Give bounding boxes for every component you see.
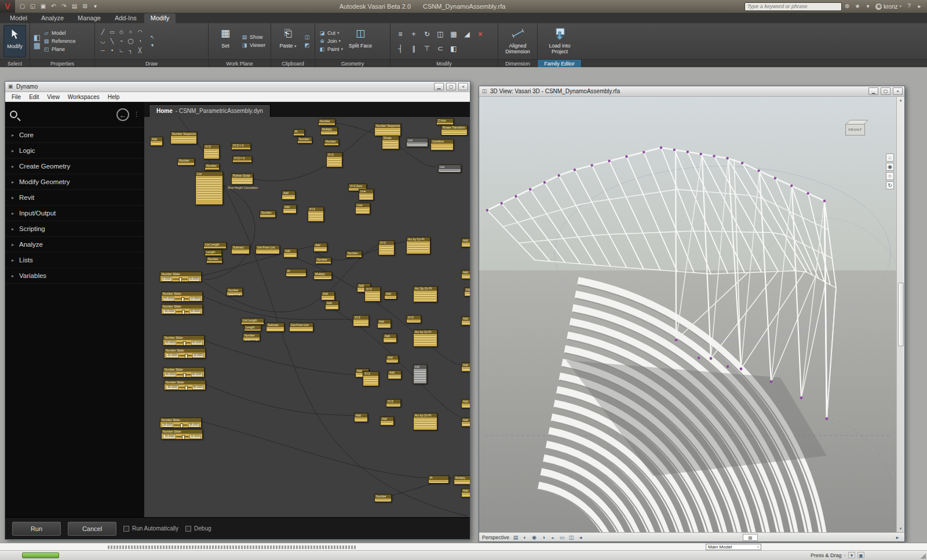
dynamo-node-list-length[interactable]: List Length	[203, 242, 227, 249]
corner-draw-icon[interactable]: ┐	[126, 46, 135, 55]
dynamo-node-list[interactable]: List	[406, 138, 428, 147]
split-tool-icon[interactable]: ∥	[408, 43, 419, 54]
dynamo-node-number[interactable]: Number1.0000	[227, 288, 243, 296]
dynamo-node-line[interactable]: Line	[355, 203, 370, 214]
dynamo-node-pi[interactable]: Pi	[286, 269, 306, 277]
ellipse-draw-icon[interactable]: ◯	[126, 37, 135, 46]
delete-tool-icon[interactable]: ×	[475, 28, 486, 40]
dynamo-node-add[interactable]: Add	[377, 319, 391, 328]
dynamo-node-pt[interactable]: Pt	[293, 129, 305, 136]
slider-max-value[interactable]: 60.0000	[191, 341, 203, 345]
dynamo-node-number-slider[interactable]: Number Slider0.000050.0000	[160, 272, 202, 282]
dynamo-node-add[interactable]: Add	[283, 204, 297, 214]
dynamo-node-add[interactable]: Add	[461, 316, 470, 325]
paint-button[interactable]: ◧Paint▾	[319, 46, 343, 53]
dynamo-node-xyz[interactable]: XYZ	[203, 144, 220, 159]
dynamo-node-add[interactable]: Add	[461, 238, 470, 247]
dynamo-node-number-slider[interactable]: Number Slider60.000060.0000	[163, 335, 205, 346]
dynamo-node-add[interactable]: Add	[380, 416, 394, 426]
dynamo-node-number[interactable]: Number	[315, 257, 331, 264]
back-navigation-icon[interactable]: ←	[116, 108, 129, 121]
arc-start-end-draw-icon[interactable]: ◠	[136, 28, 144, 36]
dynamo-node-xyz[interactable]: XYZ	[378, 240, 395, 255]
shadows-icon[interactable]: ◒	[549, 533, 557, 541]
match-tool-icon[interactable]: ◧	[448, 43, 459, 54]
dynamo-node-pi[interactable]: Pi	[428, 475, 449, 484]
dynamo-node-add[interactable]: Add	[325, 301, 339, 310]
cancel-button[interactable]: Cancel	[68, 522, 116, 536]
dynamo-canvas[interactable]: AddNumber SequenceNumberXYZNumberListXYZ…	[144, 117, 470, 517]
rotate-tool-icon[interactable]: ↻	[421, 28, 433, 40]
array-tool-icon[interactable]: ▦	[448, 28, 459, 40]
draw-more-icon[interactable]: ▾	[149, 42, 156, 49]
help-icon[interactable]: ?	[904, 2, 914, 11]
undo-icon[interactable]: ↶	[49, 2, 59, 11]
dynamo-node-xyz[interactable]: XYZ	[308, 207, 324, 222]
arc-center-draw-icon[interactable]: ◡	[98, 37, 107, 46]
dynamo-node-multiply[interactable]: Multiply	[313, 272, 332, 280]
dynamo-node-subtract[interactable]: Subtract	[231, 245, 250, 254]
customize-icon[interactable]: ▾	[90, 2, 100, 11]
dynamo-node-get-from-list[interactable]: Get From List	[289, 323, 313, 332]
view3d-horizontal-scrollbar[interactable]: ▦	[743, 534, 758, 541]
view3d-maximize-button[interactable]: ▢	[881, 87, 890, 95]
dynamo-node-arc-by-ctr-pt[interactable]: Arc by Ctr Pt	[413, 330, 437, 347]
dynamo-node-xyz[interactable]: XYZ	[386, 399, 401, 407]
show-workplane-button[interactable]: ▤Show	[241, 34, 265, 41]
fillet-arc-draw-icon[interactable]: ╲	[108, 37, 116, 46]
slider-max-value[interactable]: 80.0000	[191, 372, 203, 377]
category-lists[interactable]: ▸Lists	[5, 252, 144, 268]
angle-line-draw-icon[interactable]: ∟	[117, 46, 126, 55]
dynamo-node-number[interactable]: Number	[318, 119, 335, 126]
dynamo-node-xyz[interactable]: XYZ	[363, 371, 379, 386]
dynamo-node-add[interactable]: Add	[461, 399, 470, 408]
group-label-workplane[interactable]: Work Plane	[209, 60, 271, 68]
minimize-ribbon-icon[interactable]: ▸	[914, 2, 925, 11]
reference-line-button[interactable]: ▨Reference	[43, 38, 76, 45]
dynamo-node-add[interactable]: Add	[461, 418, 470, 427]
crop-view-icon[interactable]: ▭	[558, 533, 566, 541]
dynamo-node-list[interactable]: List	[195, 171, 223, 205]
move-tool-icon[interactable]: +	[408, 28, 419, 40]
measure-icon[interactable]: ⊞	[80, 2, 90, 11]
trim-tool-icon[interactable]: ┤	[395, 43, 406, 54]
slider-track[interactable]	[179, 387, 192, 388]
dynamo-node-rotate-transform[interactable]: Rotate Transform	[441, 125, 468, 136]
group-label-properties[interactable]: Properties	[30, 60, 95, 68]
dynamo-node-number-slider[interactable]: Number Slider40.000080.0000	[163, 367, 205, 378]
group-label-draw[interactable]: Draw	[95, 60, 209, 68]
slider-min-value[interactable]: -20.0000	[166, 353, 178, 358]
dynamo-close-button[interactable]: ×	[458, 83, 468, 90]
pin-tool-icon[interactable]: ⊤	[421, 43, 433, 54]
slider-min-value[interactable]: 0.0000	[162, 277, 172, 281]
dynamo-node-arc-by-ctr-pt[interactable]: Arc by Ctr Pt	[413, 413, 437, 430]
dynamo-node-add[interactable]: Add	[464, 287, 470, 297]
user-account[interactable]: kronz ▾	[875, 3, 902, 10]
dynamo-node-number[interactable]: Number	[177, 158, 195, 166]
category-analyze[interactable]: ▸Analyze	[5, 237, 144, 252]
slider-min-value[interactable]: -50.0000	[163, 309, 176, 314]
dynamo-node-number-slider[interactable]: Number Slider-25.000015.0000	[161, 429, 203, 440]
resize-grip[interactable]	[920, 553, 926, 559]
match-properties-icon[interactable]: ◩	[304, 42, 311, 49]
dynamo-node-add[interactable]: Add	[283, 248, 297, 258]
modify-tool-button[interactable]: Modify	[3, 25, 26, 57]
plane-button[interactable]: ◰Plane	[43, 46, 76, 53]
dynamo-node-xyz[interactable]: XYZ	[326, 152, 342, 167]
scale-icon[interactable]: ▤	[512, 533, 520, 541]
dynamo-node-z-axis[interactable]: Z Axis	[436, 118, 454, 125]
slider-track[interactable]	[174, 424, 187, 426]
slider-track[interactable]	[176, 311, 189, 312]
dynamo-node-line[interactable]: Line	[359, 189, 374, 200]
dynamo-node-number-sequence[interactable]: Number Sequence	[170, 131, 197, 144]
dynamo-node-divide[interactable]: Divide	[382, 136, 399, 149]
debug-checkbox[interactable]	[185, 526, 191, 532]
dynamo-node-number[interactable]: Number	[346, 251, 362, 258]
dynamo-titlebar[interactable]: ▣ Dynamo ▁ ▢ ×	[5, 82, 470, 92]
dynamo-node-add[interactable]: Add	[384, 291, 397, 299]
full-navigation-wheel-icon[interactable]: ◉	[886, 163, 894, 171]
dynamo-node-number[interactable]: Number1.0000	[243, 333, 260, 341]
dynamo-node-add[interactable]: Add	[313, 243, 327, 252]
view3d-vertical-scrollbar[interactable]: ▴ ▾	[896, 97, 904, 532]
dynamo-node-length[interactable]: Length	[205, 250, 222, 256]
